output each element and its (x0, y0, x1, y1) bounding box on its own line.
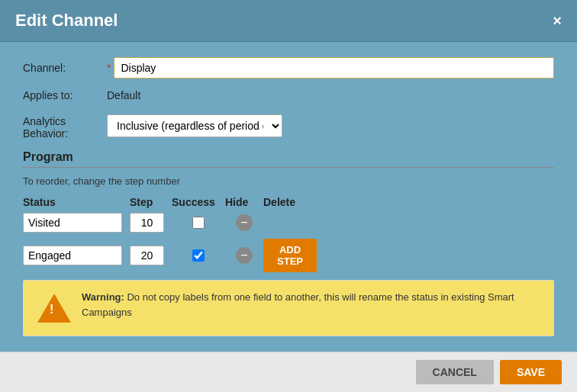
analytics-select[interactable]: Inclusive (regardless of period cc (107, 114, 282, 137)
warning-text: Warning: Do not copy labels from one fie… (82, 290, 541, 320)
success-checkbox-visited[interactable] (192, 217, 205, 229)
add-step-button[interactable]: ADD STEP (263, 239, 317, 272)
warning-icon (36, 290, 73, 326)
table-row: − ADD STEP (23, 239, 554, 272)
hide-button-visited[interactable]: − (236, 214, 253, 231)
dialog-footer: CANCEL SAVE (0, 352, 577, 392)
col-delete-header: Delete (263, 196, 309, 208)
success-col-visited (172, 217, 225, 229)
table-header: Status Step Success Hide Delete (23, 196, 554, 208)
close-button[interactable]: × (553, 13, 562, 28)
status-input-engaged[interactable] (23, 246, 122, 265)
col-success-header: Success (172, 196, 225, 208)
col-step-header: Step (130, 196, 172, 208)
warning-bold: Warning: (82, 291, 124, 303)
save-button[interactable]: SAVE (500, 360, 562, 384)
channel-label: Channel: (23, 62, 107, 74)
applies-to-label: Applies to: (23, 89, 107, 101)
table-row: − (23, 213, 554, 233)
analytics-row: AnalyticsBehavior: Inclusive (regardless… (23, 112, 554, 140)
success-col-engaged (172, 249, 225, 262)
section-divider (23, 167, 554, 168)
applies-to-row: Applies to: Default (23, 89, 554, 101)
edit-channel-dialog: Edit Channel × Channel: * Applies to: De… (0, 0, 577, 392)
dialog-title: Edit Channel (15, 11, 118, 31)
dialog-body: Channel: * Applies to: Default Analytics… (0, 42, 577, 352)
required-star: * (107, 62, 111, 74)
reorder-hint: To reorder, change the step number (23, 175, 554, 187)
hide-col-visited: − (225, 214, 263, 231)
hide-col-engaged: − (225, 247, 263, 264)
step-input-engaged[interactable] (130, 246, 164, 265)
delete-col-engaged: ADD STEP (263, 239, 309, 272)
dialog-header: Edit Channel × (0, 0, 577, 42)
step-input-visited[interactable] (130, 213, 164, 233)
warning-triangle (37, 294, 71, 323)
col-hide-header: Hide (225, 196, 263, 208)
col-status-header: Status (23, 196, 130, 208)
status-input-visited[interactable] (23, 213, 122, 233)
cancel-button[interactable]: CANCEL (416, 360, 494, 384)
warning-body: Do not copy labels from one field to ano… (82, 291, 514, 318)
applies-to-value: Default (107, 89, 140, 101)
analytics-label: AnalyticsBehavior: (23, 112, 107, 140)
hide-button-engaged[interactable]: − (236, 247, 253, 264)
channel-row: Channel: * (23, 57, 554, 79)
success-checkbox-engaged[interactable] (192, 249, 205, 262)
warning-bar: Warning: Do not copy labels from one fie… (23, 280, 554, 336)
program-title: Program (23, 150, 554, 164)
channel-input[interactable] (114, 57, 554, 79)
